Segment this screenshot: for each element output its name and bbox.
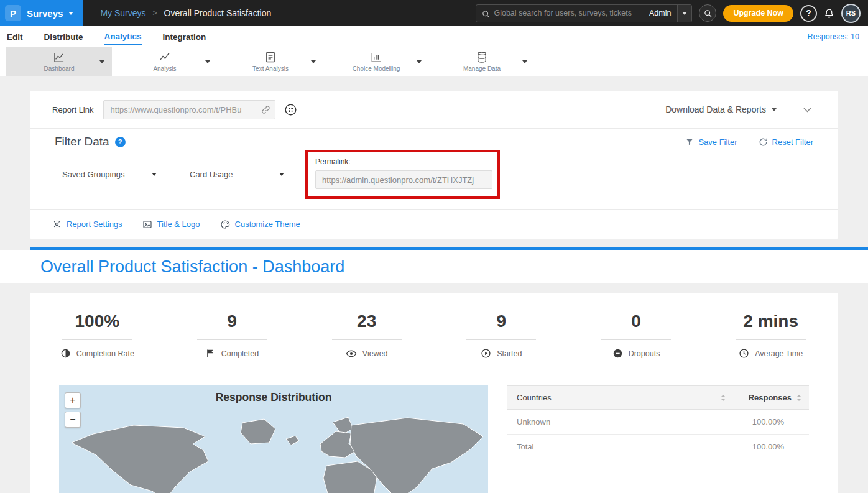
search-submit-button[interactable] (699, 4, 716, 22)
toolbar-item-manage-data[interactable]: Manage Data (429, 47, 535, 76)
tab-integration[interactable]: Integration (162, 28, 207, 45)
flag-icon (205, 348, 216, 359)
title-logo-label: Title & Logo (157, 219, 200, 229)
minus-circle-icon (612, 348, 623, 359)
app-window: P Surveys My Surveys > Overall Product S… (0, 0, 868, 493)
filter-data-section: Filter Data ? Save Filter (30, 129, 838, 209)
report-settings-link[interactable]: Report Settings (52, 219, 122, 229)
divider (332, 339, 402, 340)
toolbar-item-analysis[interactable]: Analysis (112, 47, 218, 76)
analytics-toolbar: Dashboard Analysis Text Analysis Choice … (0, 47, 868, 76)
search-scope-selector[interactable]: Admin (643, 9, 677, 17)
country-cell: Unknown (507, 417, 709, 426)
stat-label: Completion Rate (76, 349, 134, 358)
map-north-america (72, 425, 208, 493)
breadcrumb: My Surveys > Overall Product Satisfactio… (100, 8, 271, 18)
breadcrumb-current-survey: Overall Product Satisfaction (164, 8, 272, 18)
chevron-down-icon (152, 173, 157, 176)
world-map-canvas[interactable] (59, 407, 488, 493)
report-link-row: Report Link Download Data & Reports (30, 91, 838, 128)
response-distribution-map-panel: Response Distribution + − (59, 385, 488, 493)
stat-dropouts: 0 Dropouts (569, 311, 704, 359)
toolbar-item-text-analysis[interactable]: Text Analysis (218, 47, 323, 76)
saved-groupings-label: Saved Groupings (62, 170, 124, 179)
permalink-input[interactable] (315, 170, 492, 189)
toolbar-item-choice-modelling[interactable]: Choice Modelling (323, 47, 429, 76)
divider (466, 339, 536, 340)
customize-theme-link[interactable]: Customize Theme (220, 219, 300, 229)
report-card-footer-links: Report Settings Title & Logo Customize T… (30, 210, 838, 239)
divider (601, 339, 671, 340)
line-chart-icon (53, 51, 65, 63)
upgrade-now-button[interactable]: Upgrade Now (723, 5, 793, 22)
qr-code-button[interactable] (284, 103, 297, 116)
permalink-annotation-box: Permalink: (305, 150, 500, 199)
stat-value: 9 (434, 311, 569, 331)
responses-count: Responses: 10 (808, 32, 859, 41)
user-avatar[interactable]: RS (841, 4, 861, 23)
search-icon (704, 9, 712, 17)
sort-icon[interactable] (721, 395, 726, 401)
gear-icon (52, 219, 62, 229)
notifications-button[interactable] (824, 8, 834, 19)
chevron-down-icon[interactable] (99, 60, 104, 63)
report-link-input[interactable] (103, 100, 275, 119)
save-filter-button[interactable]: Save Filter (685, 137, 737, 147)
stat-label: Average Time (755, 349, 803, 358)
breadcrumb-my-surveys[interactable]: My Surveys (100, 8, 145, 18)
report-settings-label: Report Settings (67, 219, 122, 229)
search-scope-caret-button[interactable] (677, 5, 691, 22)
download-data-reports-menu[interactable]: Download Data & Reports (665, 104, 777, 114)
global-search-input[interactable] (494, 9, 643, 17)
report-link-label: Report Link (52, 105, 93, 114)
tab-edit[interactable]: Edit (6, 28, 24, 45)
surveys-product-menu[interactable]: P Surveys (0, 0, 83, 26)
chevron-down-icon[interactable] (522, 60, 527, 63)
stat-value: 9 (165, 311, 300, 331)
help-tooltip-icon[interactable]: ? (115, 137, 126, 147)
toolbar-item-dashboard[interactable]: Dashboard (6, 47, 112, 76)
topbar-actions: Admin Upgrade Now ? RS (476, 4, 868, 23)
customize-theme-label: Customize Theme (235, 219, 300, 229)
download-data-reports-label: Download Data & Reports (665, 104, 766, 114)
map-iceland (286, 436, 299, 445)
help-button[interactable]: ? (800, 5, 817, 22)
survey-section-tabs: Edit Distribute Analytics Integration Re… (0, 26, 868, 47)
toolbar-item-label: Analysis (153, 65, 176, 72)
divider (197, 339, 267, 340)
reset-filter-button[interactable]: Reset Filter (759, 137, 813, 147)
database-icon (476, 51, 488, 63)
dashboard-panel: 100% Completion Rate 9 (30, 293, 838, 493)
chevron-down-icon[interactable] (205, 60, 210, 63)
divider (736, 339, 806, 340)
collapse-panel-button[interactable] (801, 104, 813, 116)
save-filter-label: Save Filter (698, 137, 737, 147)
stat-label: Viewed (362, 349, 388, 358)
sort-icon[interactable] (796, 395, 801, 401)
zoom-out-button[interactable]: − (65, 412, 81, 428)
play-circle-icon (481, 348, 491, 359)
chevron-down-icon[interactable] (417, 60, 422, 63)
countries-table: Countries Responses Unknown 100.00% T (507, 385, 809, 459)
stat-label: Started (497, 349, 522, 358)
tab-analytics[interactable]: Analytics (104, 27, 142, 45)
stat-value: 2 mins (703, 311, 838, 331)
stat-value: 23 (299, 311, 434, 331)
map-title: Response Distribution (59, 385, 488, 404)
chevron-down-icon[interactable] (311, 60, 316, 63)
toolbar-item-label: Dashboard (44, 65, 75, 72)
title-logo-link[interactable]: Title & Logo (142, 219, 200, 229)
chevron-down-icon (68, 12, 73, 15)
card-usage-dropdown[interactable]: Card Usage (187, 166, 287, 183)
countries-column-header[interactable]: Countries (507, 393, 734, 402)
stat-label: Dropouts (629, 349, 660, 358)
saved-groupings-dropdown[interactable]: Saved Groupings (60, 166, 159, 183)
responses-column-header[interactable]: Responses (734, 393, 809, 402)
document-lines-icon (264, 51, 277, 63)
link-icon[interactable] (261, 105, 270, 117)
stat-completion-rate: 100% Completion Rate (30, 311, 165, 359)
zoom-in-button[interactable]: + (65, 392, 81, 408)
tab-distribute[interactable]: Distribute (44, 28, 84, 45)
table-row: Unknown 100.00% (507, 410, 809, 435)
top-navbar: P Surveys My Surveys > Overall Product S… (0, 0, 868, 26)
